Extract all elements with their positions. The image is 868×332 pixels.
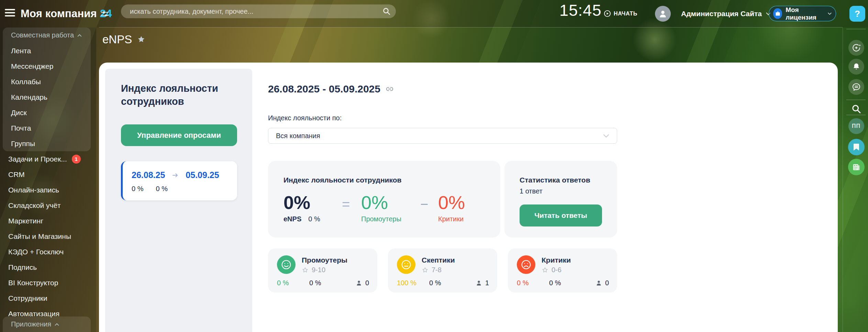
critics-label: Критики [438,215,465,223]
neutral-face-icon [397,255,415,274]
start-workday-button[interactable]: НАЧАТЬ [604,10,637,17]
sidebar-item-kedo[interactable]: КЭДО + Госключ [0,244,96,259]
promoters-value: 0% [361,192,388,212]
copilot-button[interactable] [848,40,864,56]
responses-title: Статистика ответов [520,176,617,184]
skeptics-card: Скептики 7-8 100 % 0 % [388,248,497,292]
search-icon[interactable] [382,7,391,17]
enps-page: Моя компания 24 15:45 НАЧАТЬ [0,0,868,332]
chevron-down-icon [828,12,832,15]
clock[interactable]: 15:45 [559,1,602,20]
favorite-star-icon[interactable] [137,35,146,44]
period-pct-b: 0 % [156,185,167,193]
logo-text: Моя компания [21,8,97,20]
loyalty-index-card: Индекс лояльности сотрудников 0% eNPS 0 … [268,161,500,237]
my-license-button[interactable]: Моя лицензия [769,6,836,21]
sidebar-item-marketing[interactable]: Маркетинг [0,213,96,229]
category-main-percent: 0 % [517,279,537,287]
tune-icon[interactable] [100,10,109,20]
bookmark-icon [853,143,860,151]
rail-separator [843,27,843,332]
promoters-label: Промоутеры [361,215,401,223]
sidebar-item-drive[interactable]: Диск [3,105,91,120]
enps-content-card: Индекс лояльности сотрудников Управление… [99,63,838,332]
play-circle-icon [604,10,611,17]
user-menu[interactable]: Администрация Сайта [681,0,771,27]
read-answers-button[interactable]: Читать ответы [520,204,602,226]
sidebar-item-sign[interactable]: Подпись [0,259,96,275]
person-icon [596,280,602,286]
survey-period-card[interactable]: 26.08.25 05.09.25 0 % 0 % [121,161,237,200]
period-pct-a: 0 % [132,185,143,193]
critics-card: Критики 0-6 0 % 0 % [508,248,617,292]
hamburger-menu-icon[interactable] [5,9,15,18]
sidebar-group-header-collaboration[interactable]: Совместная работа [3,27,91,43]
newspaper-icon [852,163,861,171]
news-button[interactable] [848,159,865,175]
sidebar-item-inventory[interactable]: Складской учёт [0,198,96,213]
pp-widget-button[interactable]: ПП [848,118,864,134]
user-avatar[interactable] [655,6,671,22]
responses-count: 1 ответ [520,187,617,195]
category-main-percent: 100 % [397,279,418,287]
manage-surveys-button[interactable]: Управление опросами [121,124,237,146]
sidebar-item-collabs[interactable]: Коллабы [3,74,91,89]
loyalty-side-panel: Индекс лояльности сотрудников Управление… [105,69,252,332]
sidebar-group-apps: Приложения [3,317,91,332]
sidebar-group-header-apps[interactable]: Приложения [3,317,91,332]
sidebar-item-calendar[interactable]: Календарь [3,89,91,105]
briefcase-icon [773,8,782,19]
person-icon [356,280,362,286]
sidebar-item-messenger[interactable]: Мессенджер [3,58,91,74]
chevron-up-icon [77,34,82,37]
sidebar-item-employees[interactable]: Сотрудники [0,290,96,306]
sidebar-item-bi[interactable]: BI Конструктор [0,275,96,290]
enps-percent: 0 % [308,215,320,223]
bookmarks-button[interactable] [848,139,865,155]
right-toolbar: ПП [844,27,868,332]
search-icon [851,104,861,114]
star-outline-icon [542,267,548,274]
category-people-count: 0 [605,279,609,287]
category-title: Скептики [422,255,455,264]
category-main-percent: 0 % [277,279,298,287]
sidebar-item-mail[interactable]: Почта [3,120,91,136]
category-title: Промоутеры [302,255,347,264]
tasks-counter-badge: 1 [72,155,81,164]
minus-sign: − [420,197,428,212]
star-outline-icon [302,267,309,274]
bell-icon [852,62,861,71]
person-icon [658,9,668,19]
company-filter-select[interactable]: Вся компания [268,128,617,144]
sidebar-item-crm[interactable]: CRM [0,167,96,182]
period-to: 05.09.25 [186,170,219,180]
arrow-right-icon [172,173,179,178]
category-title: Критики [542,255,571,264]
loyalty-card-title: Индекс лояльности сотрудников [283,176,500,184]
rail-search-button[interactable] [851,104,861,114]
enps-label: eNPS [283,215,301,223]
sidebar-item-online-booking[interactable]: Онлайн-запись [0,182,96,198]
person-icon [476,280,482,286]
search-input[interactable] [121,4,396,18]
link-icon[interactable] [386,85,393,93]
sidebar-item-tasks[interactable]: Задачи и Проек... 1 [0,151,96,167]
sidebar-item-groups[interactable]: Группы [3,136,91,151]
panel-heading: Индекс лояльности сотрудников [121,82,236,108]
category-people-count: 1 [485,279,489,287]
company-logo[interactable]: Моя компания 24 [21,0,112,27]
category-secondary-percent: 0 % [549,279,561,287]
page-title: eNPS [102,33,146,46]
category-secondary-percent: 0 % [429,279,441,287]
global-search [121,4,396,18]
happy-face-icon [277,255,296,274]
sidebar-item-sites[interactable]: Сайты и Магазины [0,229,96,244]
notifications-button[interactable] [848,59,864,75]
sad-face-icon [517,255,535,274]
sidebar-item-feed[interactable]: Лента [3,43,91,58]
equals-sign: = [342,197,351,212]
help-button[interactable]: ? [849,6,865,22]
chevron-up-icon [55,323,59,326]
category-people-count: 0 [365,279,369,287]
messenger-button[interactable] [848,79,864,95]
